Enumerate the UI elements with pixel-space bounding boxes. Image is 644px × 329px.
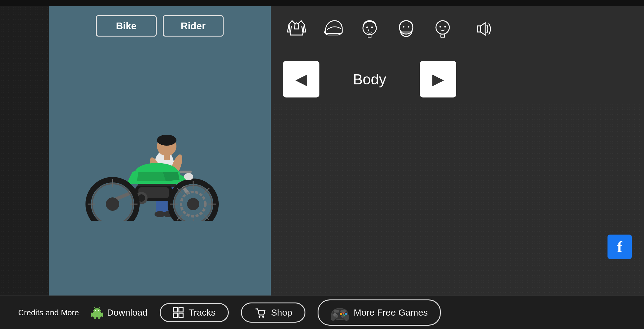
svg-point-39 (371, 27, 373, 28)
svg-rect-35 (179, 171, 192, 173)
category-label: Body (332, 71, 408, 88)
svg-rect-79 (340, 310, 346, 313)
head-icon[interactable] (429, 15, 456, 43)
download-button[interactable]: Download (91, 306, 147, 319)
next-arrow-icon: ▶ (432, 70, 444, 88)
face-icon[interactable] (356, 15, 383, 43)
rider-tab[interactable]: Rider (163, 15, 224, 37)
svg-point-76 (335, 315, 338, 318)
tracks-grid-icon (173, 307, 184, 318)
navigation-row: ◀ Body ▶ (283, 61, 632, 97)
svg-point-42 (403, 26, 405, 28)
svg-point-2 (157, 135, 176, 146)
shop-label: Shop (271, 307, 292, 318)
svg-rect-45 (441, 34, 444, 38)
svg-point-38 (366, 27, 368, 28)
svg-marker-48 (481, 23, 485, 35)
svg-point-43 (408, 26, 409, 28)
svg-line-55 (99, 307, 100, 309)
svg-rect-49 (478, 26, 481, 32)
sound-icon[interactable] (472, 15, 499, 43)
svg-point-18 (187, 198, 199, 210)
svg-rect-3 (164, 154, 170, 160)
tracks-label: Tracks (189, 307, 216, 318)
shop-button[interactable]: Shop (241, 302, 305, 323)
tab-buttons: Bike Rider (96, 15, 224, 37)
prev-button[interactable]: ◀ (283, 61, 319, 97)
more-games-button[interactable]: More Free Games (318, 299, 441, 326)
svg-point-36 (184, 173, 193, 180)
svg-rect-63 (179, 313, 183, 317)
bike-tab[interactable]: Bike (96, 15, 157, 37)
download-label: Download (107, 307, 147, 318)
svg-point-52 (95, 310, 96, 311)
bike-display (55, 43, 265, 289)
right-section: ◀ Body ▶ f (271, 6, 644, 295)
credits-text: Credits and More (18, 308, 79, 317)
center-panel: Bike Rider (49, 6, 271, 295)
right-panel: ◀ Body ▶ (271, 6, 644, 104)
svg-rect-57 (101, 313, 103, 317)
svg-point-64 (259, 316, 260, 318)
svg-rect-56 (91, 313, 93, 317)
next-button[interactable]: ▶ (420, 61, 456, 97)
top-bar (0, 0, 644, 6)
motorcycle-area (75, 111, 245, 221)
svg-point-46 (440, 26, 441, 28)
svg-rect-58 (94, 317, 96, 319)
svg-rect-61 (179, 308, 183, 312)
svg-point-51 (93, 308, 101, 313)
content-area: Bike Rider (0, 6, 644, 295)
beard-icon[interactable] (392, 15, 420, 43)
svg-point-75 (340, 313, 342, 315)
svg-rect-60 (173, 308, 178, 312)
suit-icon[interactable] (283, 15, 310, 43)
svg-point-65 (262, 316, 264, 318)
helmet-icon[interactable] (319, 15, 347, 43)
motorcycle-svg (75, 111, 245, 221)
bottom-bar: Credits and More D (0, 295, 644, 329)
tracks-button[interactable]: Tracks (160, 303, 229, 322)
customization-icons (283, 15, 632, 43)
left-panel (0, 6, 49, 295)
prev-arrow-icon: ◀ (295, 70, 307, 88)
svg-point-73 (345, 313, 347, 315)
svg-rect-78 (334, 310, 339, 313)
svg-point-53 (98, 310, 99, 311)
svg-rect-59 (98, 317, 100, 319)
gamepad-icon (331, 303, 349, 322)
facebook-icon: f (617, 238, 622, 256)
more-games-label: More Free Games (354, 307, 428, 318)
svg-point-37 (363, 21, 376, 35)
facebook-button[interactable]: f (607, 235, 632, 259)
shop-cart-icon (254, 306, 266, 319)
svg-point-47 (444, 26, 446, 28)
android-icon (91, 306, 103, 319)
main-container: Bike Rider (0, 0, 644, 329)
svg-point-44 (436, 21, 449, 34)
svg-rect-62 (173, 313, 178, 317)
svg-point-77 (341, 315, 344, 318)
svg-line-54 (94, 307, 95, 309)
svg-point-29 (106, 197, 119, 211)
